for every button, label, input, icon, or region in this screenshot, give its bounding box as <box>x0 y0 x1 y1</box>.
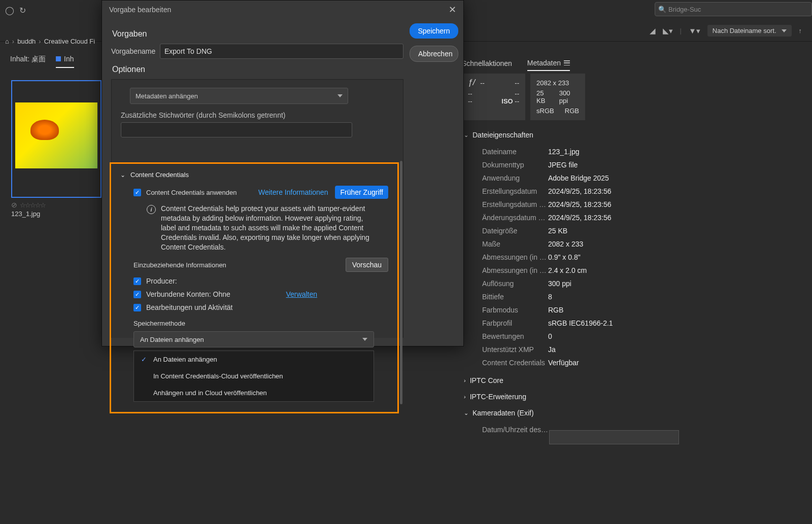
section-options: Optionen <box>112 65 403 74</box>
metadata-menu-icon[interactable] <box>564 60 570 65</box>
cancel-button[interactable]: Abbrechen <box>410 46 458 62</box>
meta-value: 2082 x 233 <box>548 240 583 248</box>
rating-stars[interactable]: ☆☆☆☆☆ <box>20 201 45 209</box>
metadata-append-dropdown[interactable]: Metadaten anhängen <box>130 88 348 104</box>
meta-row: Unterstützt XMPJa <box>482 343 680 356</box>
section-head-iptc-ext[interactable]: › IPTC-Erweiterung <box>462 389 680 405</box>
early-access-badge: Früher Zugriff <box>335 186 388 199</box>
manage-link[interactable]: Verwalten <box>286 290 317 298</box>
storage-option-both[interactable]: Anhängen und in Cloud veröffentlichen <box>134 385 374 401</box>
meta-label: Maße <box>482 240 548 248</box>
breadcrumb-item[interactable]: Creative Cloud Fi <box>44 38 95 45</box>
apply-cc-checkbox[interactable]: ✓ <box>133 189 141 196</box>
storage-option-attach[interactable]: ✓ An Dateien anhängen <box>134 351 374 368</box>
back-icon[interactable]: ◯ <box>5 6 14 15</box>
preset-name-input[interactable] <box>160 44 403 59</box>
preview-button[interactable]: Vorschau <box>346 258 388 272</box>
meta-value: Ja <box>548 345 556 354</box>
meta-value: 8 <box>548 293 552 301</box>
thumbnail-filename: 123_1.jpg <box>11 210 101 218</box>
meta-label: Dateigröße <box>482 227 548 235</box>
exif-date-input[interactable] <box>549 430 679 444</box>
filter-icon[interactable]: ▼▾ <box>689 26 700 36</box>
cc-description: Content Credentials help protect your as… <box>161 204 374 252</box>
producer-label: Producer: <box>146 277 177 285</box>
close-icon[interactable]: ✕ <box>449 4 456 15</box>
section-head-exif[interactable]: ⌄ Kameradaten (Exif) <box>462 405 680 421</box>
info-icon: i <box>147 205 156 214</box>
meta-value: RGB <box>548 306 563 314</box>
right-panel-tabs: Schnellaktionen Metadaten <box>462 59 570 71</box>
section-head-fileprops[interactable]: ⌄ Dateieigenschaften <box>462 127 680 143</box>
meta-label: Bittiefe <box>482 293 548 301</box>
sort-dropdown[interactable]: Nach Dateiname sort. <box>707 25 792 37</box>
breadcrumb-home-icon[interactable]: ⌂ <box>5 38 9 45</box>
save-button[interactable]: Speichern <box>410 23 458 39</box>
meta-row: Maße2082 x 233 <box>482 237 680 251</box>
thumbnail-item[interactable] <box>11 80 101 198</box>
meta-label: Auflösung <box>482 280 548 288</box>
accounts-checkbox[interactable]: ✓ <box>133 291 141 298</box>
tab-marker-icon <box>56 56 61 61</box>
chevron-right-icon: › <box>464 394 466 400</box>
cc-section-title: Content Credentials <box>130 171 189 179</box>
chevron-down-icon <box>337 94 343 97</box>
meta-label: Abmessungen (in cm) <box>482 266 548 274</box>
meta-label: Unterstützt XMP <box>482 345 548 354</box>
edits-checkbox[interactable]: ✓ <box>133 304 141 311</box>
meta-label: Dokumenttyp <box>482 161 548 169</box>
section-presets: Vorgaben <box>112 29 403 39</box>
producer-checkbox[interactable]: ✓ <box>133 277 141 285</box>
meta-value: 2024/9/25, 18:23:56 <box>548 214 612 222</box>
meta-value: Adobe Bridge 2025 <box>548 174 609 182</box>
check-icon: ✓ <box>141 356 148 363</box>
meta-row: Auflösung300 ppi <box>482 277 680 290</box>
cc-more-link[interactable]: Weitere Informationen <box>258 188 328 196</box>
meta-label: Änderungsdatum der ... <box>482 214 548 222</box>
tab-content[interactable]: Inh <box>56 55 74 68</box>
breadcrumb: ⌂ › buddh › Creative Cloud Fi <box>0 31 100 51</box>
global-search[interactable]: 🔍 Bridge-Suc <box>655 2 812 16</box>
chevron-right-icon: › <box>464 377 466 383</box>
meta-row: Dateigröße25 KB <box>482 224 680 237</box>
meta-value: 2024/9/25, 18:23:56 <box>548 187 612 195</box>
scrollbar-thumb[interactable] <box>400 161 402 404</box>
meta-label: Dateiname <box>482 148 548 156</box>
dialog-title: Vorgabe bearbeiten <box>109 6 171 14</box>
sort-asc-icon[interactable]: ◢ <box>650 26 656 36</box>
content-credentials-highlight: ⌄ Content Credentials ✓ Content Credenti… <box>110 162 399 413</box>
meta-label: Farbprofil <box>482 319 548 327</box>
thumbnail-grid: ⊘ ☆☆☆☆☆ 123_1.jpg <box>11 80 101 218</box>
breadcrumb-item[interactable]: buddh <box>17 38 36 45</box>
refresh-icon[interactable]: ↻ <box>19 6 26 15</box>
tab-quickactions[interactable]: Schnellaktionen <box>462 59 512 71</box>
meta-row: Erstellungsdatum2024/9/25, 18:23:56 <box>482 185 680 198</box>
meta-label: Farbmodus <box>482 306 548 314</box>
include-info-label: Einzubeziehende Informationen <box>133 261 226 269</box>
meta-row: FarbmodusRGB <box>482 303 680 317</box>
storage-method-dropdown[interactable]: An Dateien anhängen <box>133 331 374 347</box>
meta-value: 0.9" x 0.8" <box>548 253 581 261</box>
storage-option-cloud[interactable]: In Content Credentials-Cloud veröffentli… <box>134 368 374 385</box>
meta-row: Abmessungen (in cm)2.4 x 2.0 cm <box>482 264 680 277</box>
thumbnail-image <box>15 102 97 168</box>
keywords-input[interactable] <box>121 122 352 137</box>
meta-label: Bewertungen <box>482 332 548 340</box>
meta-row: Erstellungsdatum der...2024/9/25, 18:23:… <box>482 198 680 211</box>
meta-label: Abmessungen (in Zoll) <box>482 253 548 261</box>
chevron-down-icon: ⌄ <box>464 132 468 138</box>
meta-value: 2.4 x 2.0 cm <box>548 266 587 274</box>
meta-row: DokumenttypJPEG file <box>482 158 680 171</box>
meta-row: Dateiname123_1.jpg <box>482 145 680 158</box>
tab-metadata[interactable]: Metadaten <box>527 59 570 71</box>
meta-value: 2024/9/25, 18:23:56 <box>548 200 612 208</box>
meta-label: Erstellungsdatum <box>482 187 548 195</box>
sort-direction-icon[interactable]: ↑ <box>799 27 802 34</box>
tab-content-desktop[interactable]: Inhalt: 桌面 <box>10 55 46 68</box>
meta-value: 0 <box>548 332 552 340</box>
meta-value: sRGB IEC61966-2.1 <box>548 319 613 327</box>
section-head-iptc-core[interactable]: › IPTC Core <box>462 372 680 389</box>
sort-desc-icon[interactable]: ◣▾ <box>663 26 673 36</box>
meta-row: Content CredentialsVerfügbar <box>482 356 680 369</box>
meta-row: Bittiefe8 <box>482 290 680 303</box>
